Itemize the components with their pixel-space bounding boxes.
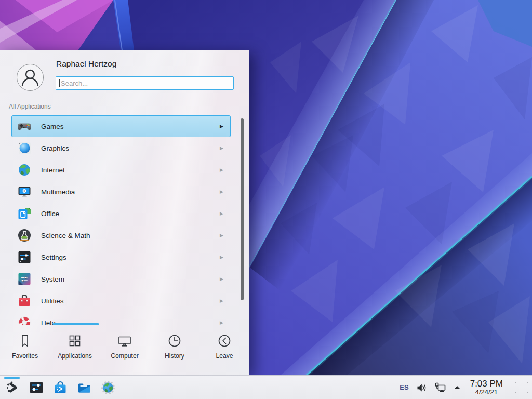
clock-time: 7:03 PM [470,379,503,389]
web-browser-icon[interactable] [101,380,115,395]
submenu-arrow-icon: ▶ [220,189,223,194]
leave-icon [217,333,232,349]
search-input[interactable] [56,76,234,90]
submenu-arrow-icon: ▶ [220,124,223,129]
category-games[interactable]: Games ▶ [11,115,231,137]
category-list: Games ▶ Graphics ▶ Internet ▶ Multimedia… [0,115,249,325]
file-manager-icon[interactable] [77,380,91,395]
category-settings[interactable]: Settings ▶ [11,246,231,268]
category-graphics[interactable]: Graphics ▶ [11,137,231,159]
system-icon [17,272,32,286]
person-icon [17,64,43,90]
expand-tray-icon[interactable] [453,384,461,391]
section-label: All Applications [9,103,51,110]
science-icon [17,228,32,243]
category-internet[interactable]: Internet ▶ [11,159,231,181]
taskbar-launchers [0,376,115,399]
internet-icon [17,163,32,177]
category-office[interactable]: Office ▶ [11,203,231,224]
category-utilities[interactable]: Utilities ▶ [11,290,231,312]
show-desktop-button[interactable] [515,382,528,393]
text-cursor [59,79,60,87]
application-launcher: Raphael Hertzog All Applications Games ▶… [0,50,249,375]
system-settings-icon[interactable] [29,380,44,395]
taskbar: ES 7:03 PM 4/24/21 [0,375,532,399]
tab-favorites[interactable]: Favorites [0,325,50,375]
submenu-arrow-icon: ▶ [220,211,223,216]
user-avatar[interactable] [17,64,44,91]
multimedia-icon [17,184,32,199]
submenu-arrow-icon: ▶ [220,255,223,260]
keyboard-layout-indicator[interactable]: ES [400,383,408,391]
tab-leave[interactable]: Leave [200,325,249,375]
tab-computer[interactable]: Computer [100,325,150,375]
history-icon [167,333,182,349]
utilities-icon [17,294,32,308]
discover-icon[interactable] [53,380,68,395]
volume-icon[interactable] [416,382,427,393]
category-help[interactable]: Help ▶ [11,312,231,325]
submenu-arrow-icon: ▶ [220,276,223,282]
applications-icon [67,333,83,349]
search-field[interactable] [56,76,234,90]
graphics-icon [17,141,32,155]
system-tray: ES 7:03 PM 4/24/21 [400,379,532,396]
category-science-math[interactable]: Science & Math ▶ [11,224,231,246]
computer-icon [117,333,132,349]
user-name: Raphael Hertzog [56,59,116,69]
network-icon[interactable] [434,382,446,393]
clock-date: 4/24/21 [475,389,498,396]
category-multimedia[interactable]: Multimedia ▶ [11,181,231,203]
scrollbar-thumb[interactable] [241,118,244,300]
active-task-indicator [4,377,20,379]
office-icon [17,206,32,221]
kickoff-icon[interactable] [5,380,20,395]
submenu-arrow-icon: ▶ [220,167,223,172]
desktop: Raphael Hertzog All Applications Games ▶… [0,0,532,399]
category-system[interactable]: System ▶ [11,268,231,290]
tab-applications[interactable]: Applications [50,325,100,375]
submenu-arrow-icon: ▶ [220,145,223,151]
submenu-arrow-icon: ▶ [220,320,223,325]
submenu-arrow-icon: ▶ [220,298,223,303]
tab-history[interactable]: History [150,325,200,375]
games-icon [17,119,32,134]
submenu-arrow-icon: ▶ [220,233,223,238]
digital-clock[interactable]: 7:03 PM 4/24/21 [470,379,503,396]
launcher-tabbar: Favorites Applications Computer History … [0,325,249,375]
settings-icon [17,250,32,264]
favorites-icon [17,333,33,349]
help-icon [17,315,32,325]
